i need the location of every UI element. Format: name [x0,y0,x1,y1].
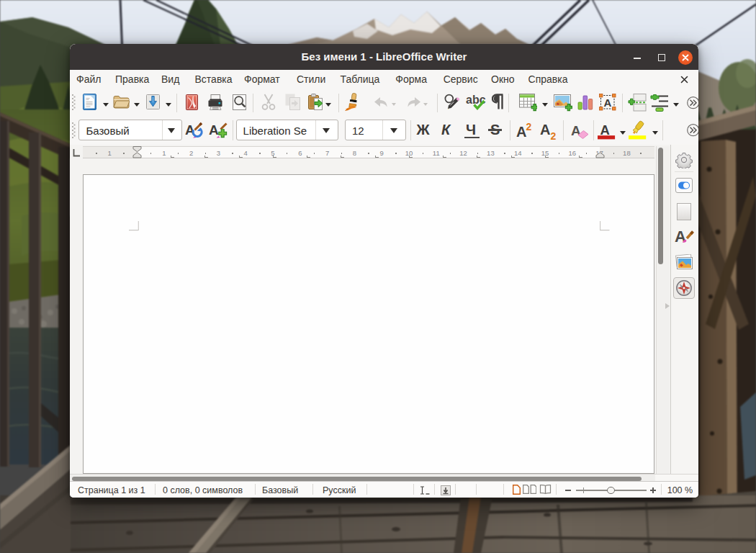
svg-text:A: A [540,122,550,138]
svg-text:A: A [209,122,219,138]
svg-text:A: A [675,228,686,246]
svg-text:A: A [600,122,610,138]
svg-text:A: A [603,96,611,109]
svg-text:2: 2 [526,121,532,132]
svg-text:2: 2 [551,130,557,140]
svg-text:A: A [516,124,526,140]
